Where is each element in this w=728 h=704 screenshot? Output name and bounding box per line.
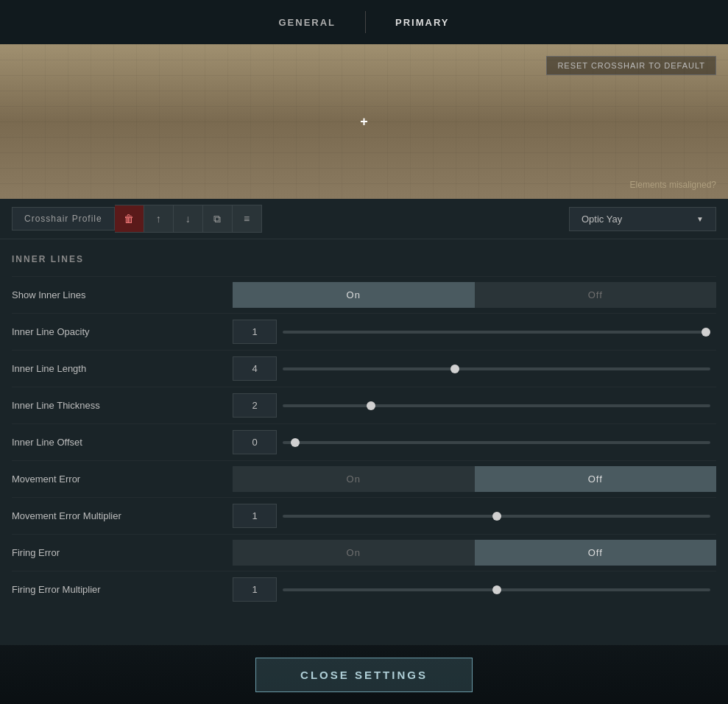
toggle-group-firing-error: OnOff: [233, 540, 716, 566]
toggle-show-inner-lines-on[interactable]: On: [233, 282, 475, 308]
setting-row-firing-error-multiplier: Firing Error Multiplier1: [12, 571, 716, 608]
label-movement-error: Movement Error: [12, 468, 233, 490]
bottom-bar: CLOSE SETTINGS: [0, 645, 728, 704]
slider-control-firing-error-multiplier: 1: [233, 577, 716, 602]
toggle-movement-error-on[interactable]: On: [233, 466, 475, 492]
toggle-group-show-inner-lines: OnOff: [233, 282, 716, 308]
slider-input-firing-error-multiplier[interactable]: [283, 588, 710, 591]
main-content: INNER LINES Show Inner LinesOnOffInner L…: [0, 239, 728, 644]
setting-row-movement-error: Movement ErrorOnOff: [12, 460, 716, 497]
toggle-firing-error-on[interactable]: On: [233, 540, 475, 566]
setting-row-inner-line-opacity: Inner Line Opacity1: [12, 313, 716, 350]
control-movement-error-multiplier: 1: [233, 504, 716, 528]
profile-bar: Crosshair Profile 🗑 ↑ ↓ ⧉ ≡ Optic Yay ▼: [0, 199, 728, 239]
setting-row-firing-error: Firing ErrorOnOff: [12, 534, 716, 571]
slider-input-inner-line-thickness[interactable]: [283, 404, 710, 407]
top-nav: GENERAL PRIMARY: [0, 0, 728, 44]
settings-container: Show Inner LinesOnOffInner Line Opacity1…: [12, 276, 716, 608]
close-settings-button[interactable]: CLOSE SETTINGS: [255, 658, 473, 692]
import-profile-button[interactable]: ≡: [233, 205, 262, 233]
slider-input-inner-line-opacity[interactable]: [283, 331, 710, 334]
profile-dropdown[interactable]: Optic Yay ▼: [569, 207, 716, 231]
slider-value-inner-line-thickness: 2: [233, 393, 277, 418]
slider-track-container-inner-line-length: [277, 367, 716, 370]
download-profile-button[interactable]: ↓: [174, 205, 203, 233]
trash-icon: 🗑: [124, 213, 134, 225]
copy-profile-button[interactable]: ⧉: [203, 205, 233, 233]
control-show-inner-lines: OnOff: [233, 282, 716, 308]
upload-profile-button[interactable]: ↑: [144, 205, 174, 233]
tab-general[interactable]: GENERAL: [249, 11, 365, 34]
slider-value-inner-line-offset: 0: [233, 430, 277, 454]
slider-control-inner-line-length: 4: [233, 356, 716, 381]
toggle-movement-error-off[interactable]: Off: [475, 466, 717, 492]
label-inner-line-offset: Inner Line Offset: [12, 431, 233, 454]
label-inner-line-length: Inner Line Length: [12, 357, 233, 380]
misaligned-label: Elements misaligned?: [630, 180, 716, 190]
selected-profile-label: Optic Yay: [582, 214, 622, 225]
slider-track-container-movement-error-multiplier: [277, 515, 716, 518]
slider-control-inner-line-offset: 0: [233, 430, 716, 454]
toggle-firing-error-off[interactable]: Off: [475, 540, 717, 566]
control-movement-error: OnOff: [233, 466, 716, 492]
delete-profile-button[interactable]: 🗑: [115, 205, 144, 233]
download-icon: ↓: [185, 213, 191, 225]
control-firing-error: OnOff: [233, 540, 716, 566]
crosshair-preview: +: [360, 114, 368, 130]
control-inner-line-length: 4: [233, 356, 716, 381]
label-inner-line-thickness: Inner Line Thickness: [12, 394, 233, 417]
toggle-show-inner-lines-off[interactable]: Off: [475, 282, 717, 308]
label-inner-line-opacity: Inner Line Opacity: [12, 320, 233, 343]
tab-primary[interactable]: PRIMARY: [366, 11, 478, 34]
upload-icon: ↑: [156, 213, 161, 225]
slider-control-inner-line-opacity: 1: [233, 320, 716, 344]
slider-value-firing-error-multiplier: 1: [233, 577, 277, 602]
reset-crosshair-button[interactable]: RESET CROSSHAIR TO DEFAULT: [546, 56, 716, 75]
slider-control-movement-error-multiplier: 1: [233, 504, 716, 528]
slider-track-container-inner-line-offset: [277, 441, 716, 444]
slider-track-container-inner-line-thickness: [277, 404, 716, 407]
setting-row-inner-line-length: Inner Line Length4: [12, 350, 716, 387]
label-show-inner-lines: Show Inner Lines: [12, 284, 233, 306]
control-firing-error-multiplier: 1: [233, 577, 716, 602]
slider-input-inner-line-offset[interactable]: [283, 441, 710, 444]
label-movement-error-multiplier: Movement Error Multiplier: [12, 504, 233, 527]
control-inner-line-offset: 0: [233, 430, 716, 454]
control-inner-line-thickness: 2: [233, 393, 716, 418]
setting-row-inner-line-thickness: Inner Line Thickness2: [12, 387, 716, 423]
import-icon: ≡: [244, 213, 250, 225]
control-inner-line-opacity: 1: [233, 320, 716, 344]
slider-input-movement-error-multiplier[interactable]: [283, 515, 710, 518]
label-firing-error: Firing Error: [12, 541, 233, 564]
slider-track-container-inner-line-opacity: [277, 331, 716, 334]
slider-track-container-firing-error-multiplier: [277, 588, 716, 591]
slider-input-inner-line-length[interactable]: [283, 367, 710, 370]
inner-lines-section-title: INNER LINES: [12, 254, 716, 264]
label-firing-error-multiplier: Firing Error Multiplier: [12, 578, 233, 601]
slider-value-inner-line-length: 4: [233, 356, 277, 381]
chevron-down-icon: ▼: [696, 215, 704, 223]
slider-control-inner-line-thickness: 2: [233, 393, 716, 418]
setting-row-show-inner-lines: Show Inner LinesOnOff: [12, 276, 716, 313]
setting-row-movement-error-multiplier: Movement Error Multiplier1: [12, 497, 716, 534]
slider-value-inner-line-opacity: 1: [233, 320, 277, 344]
profile-label: Crosshair Profile: [12, 207, 115, 230]
slider-value-movement-error-multiplier: 1: [233, 504, 277, 528]
setting-row-inner-line-offset: Inner Line Offset0: [12, 423, 716, 460]
copy-icon: ⧉: [213, 213, 221, 225]
preview-area: + RESET CROSSHAIR TO DEFAULT Elements mi…: [0, 44, 728, 199]
toggle-group-movement-error: OnOff: [233, 466, 716, 492]
